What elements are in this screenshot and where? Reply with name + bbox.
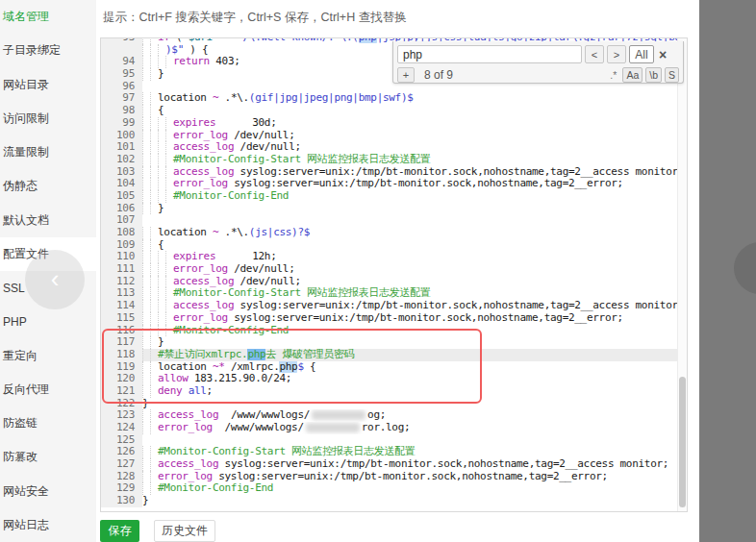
code-token: 12h;: [215, 251, 276, 262]
code-line[interactable]: 120allow 183.215.90.0/24;: [101, 373, 678, 385]
sidebar-item-10[interactable]: 重定向: [0, 339, 96, 373]
code-token: location: [158, 361, 213, 373]
code-line[interactable]: 104error_log syslog:server=unix:/tmp/bt-…: [101, 178, 678, 190]
config-file-editor[interactable]: 93if ( $uri ~ "^/\.well-known/.*\.(php|j…: [100, 37, 688, 512]
indent-guide: [150, 251, 158, 263]
code-token: #Monitor-Config-End: [173, 190, 289, 202]
code-line[interactable]: 122}: [101, 398, 678, 410]
code-token: location: [158, 92, 213, 104]
code-line[interactable]: 112access_log /dev/null;: [101, 276, 678, 288]
line-number: 95: [101, 68, 142, 81]
code-line[interactable]: 126#Monitor-Config-Start 网站监控报表日志发送配置: [101, 446, 678, 458]
editor-scrollbar-thumb[interactable]: [679, 377, 686, 507]
indent-guide: [158, 154, 165, 166]
line-number: 130: [101, 495, 142, 507]
code-line[interactable]: 116#Monitor-Config-End: [101, 325, 678, 337]
code-token: /dev/null;: [234, 276, 301, 287]
code-line[interactable]: 111error_log /dev/null;: [101, 263, 678, 276]
code-line[interactable]: 123access_log /www/wwwlogs/og;: [101, 409, 678, 422]
indent-guide: [142, 458, 150, 471]
code-text: error_log syslog:server=unix:/tmp/bt-mon…: [142, 471, 678, 483]
indent-guide: [142, 276, 150, 288]
code-text: #Monitor-Config-Start 网站监控报表日志发送配置: [142, 154, 678, 166]
indent-guide: [142, 130, 150, 142]
sidebar-item-11[interactable]: 反向代理: [0, 373, 96, 406]
indent-guide: [165, 251, 173, 263]
sidebar-item-4[interactable]: 流量限制: [0, 136, 96, 169]
indent-guide: [142, 325, 150, 337]
sidebar-item-12[interactable]: 防盗链: [0, 406, 96, 440]
indent-guide: [150, 300, 158, 312]
search-case-toggle[interactable]: Aa: [622, 67, 643, 83]
indent-guide: [158, 263, 165, 276]
sidebar-item-14[interactable]: 网站安全: [0, 475, 96, 508]
code-text: #Monitor-Config-Start 网站监控报表日志发送配置: [142, 287, 678, 300]
code-token: if: [158, 37, 170, 43]
sidebar-item-15[interactable]: 网站日志: [0, 508, 96, 542]
code-text: }: [142, 398, 678, 410]
search-prev-button[interactable]: <: [585, 45, 604, 63]
search-all-button[interactable]: All: [629, 45, 654, 63]
code-line[interactable]: 99expires 30d;: [101, 117, 678, 130]
code-line[interactable]: 107: [101, 214, 678, 227]
history-files-button[interactable]: 历史文件: [154, 520, 215, 542]
code-line[interactable]: 117}: [101, 336, 678, 349]
search-regex-toggle[interactable]: .*: [607, 68, 619, 82]
code-line[interactable]: 128error_log syslog:server=unix:/tmp/bt-…: [101, 471, 678, 483]
code-token: syslog:server=unix:/tmp/bt-monitor.sock,…: [234, 300, 678, 311]
search-selection-toggle[interactable]: S: [665, 67, 679, 83]
code-line[interactable]: 114access_log syslog:server=unix:/tmp/bt…: [101, 300, 678, 312]
indent-guide: [142, 263, 150, 276]
code-line[interactable]: 115error_log syslog:server=unix:/tmp/bt-…: [101, 312, 678, 325]
search-add-button[interactable]: +: [397, 67, 415, 83]
code-line[interactable]: 129#Monitor-Config-End: [101, 482, 678, 495]
code-line[interactable]: 110expires 12h;: [101, 251, 678, 263]
code-token: location: [158, 227, 213, 238]
sidebar-item-13[interactable]: 防篡改: [0, 440, 96, 474]
code-line[interactable]: 113#Monitor-Config-Start 网站监控报表日志发送配置: [101, 287, 678, 300]
code-line[interactable]: 130}: [101, 495, 678, 507]
search-input[interactable]: [397, 45, 582, 63]
code-line[interactable]: 102#Monitor-Config-Start 网站监控报表日志发送配置: [101, 154, 678, 166]
code-line[interactable]: 125: [101, 434, 678, 447]
code-line[interactable]: 103access_log syslog:server=unix:/tmp/bt…: [101, 166, 678, 179]
code-line[interactable]: 118#禁止访问xmlrpc.php去 爆破管理员密码: [101, 349, 678, 361]
modal-overlay: [699, 0, 756, 542]
code-token: error_log: [173, 312, 228, 324]
sidebar-item-0[interactable]: 域名管理: [0, 0, 96, 34]
code-text: access_log /dev/null;: [142, 276, 678, 288]
code-line[interactable]: 108location ~ .*\.(js|css)?$: [101, 227, 678, 239]
code-line[interactable]: 109{: [101, 239, 678, 252]
code-line[interactable]: 98{: [101, 105, 678, 117]
code-token: /dev/null;: [228, 130, 295, 141]
code-line[interactable]: 121deny all;: [101, 385, 678, 398]
indent-guide: [150, 166, 158, 179]
code-text: #Monitor-Config-Start 网站监控报表日志发送配置: [142, 446, 678, 458]
code-line[interactable]: 106}: [101, 203, 678, 215]
code-text: [142, 434, 678, 447]
code-line[interactable]: 127access_log syslog:server=unix:/tmp/bt…: [101, 458, 678, 471]
sidebar-item-9[interactable]: PHP: [0, 305, 96, 338]
code-token: error_log: [158, 422, 213, 433]
code-line[interactable]: 100error_log /dev/null;: [101, 130, 678, 142]
sidebar-collapse-button[interactable]: ‹: [25, 250, 85, 309]
code-line[interactable]: 97location ~ .*\.(gif|jpg|jpeg|png|bmp|s…: [101, 92, 678, 105]
line-number: 111: [101, 263, 142, 276]
code-token: php: [247, 349, 265, 360]
search-next-button[interactable]: >: [607, 45, 626, 63]
indent-guide: [150, 373, 158, 385]
sidebar-item-3[interactable]: 访问限制: [0, 102, 96, 136]
code-line[interactable]: 101access_log /dev/null;: [101, 141, 678, 154]
save-button[interactable]: 保存: [100, 520, 139, 542]
sidebar-item-2[interactable]: 网站目录: [0, 68, 96, 102]
code-line[interactable]: 119location ~* /xmlrpc.php$ {: [101, 361, 678, 374]
line-number: 118: [101, 349, 142, 361]
sidebar-item-5[interactable]: 伪静态: [0, 169, 96, 203]
code-line[interactable]: 124error_log /www/wwwlogs/ror.log;: [101, 422, 678, 434]
indent-guide: [165, 190, 173, 203]
search-word-toggle[interactable]: \b: [645, 67, 662, 83]
sidebar-item-1[interactable]: 子目录绑定: [0, 34, 96, 67]
sidebar-item-6[interactable]: 默认文档: [0, 204, 96, 237]
search-close-icon[interactable]: ×: [659, 48, 667, 62]
code-line[interactable]: 105#Monitor-Config-End: [101, 190, 678, 203]
